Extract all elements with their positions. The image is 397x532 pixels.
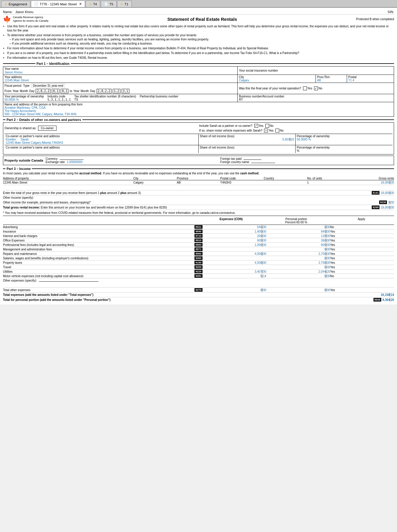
tab-bar: ⚠ Engagement 📄 T776 - 12345 Main Street …: [0, 0, 397, 8]
other-income-code: 8230: [379, 201, 387, 204]
city-label: City: [239, 75, 314, 79]
fiscal-label: Fiscal period: [4, 84, 21, 87]
total-gross-code: 8299: [372, 206, 379, 209]
share-motor-no[interactable]: No: [275, 129, 284, 132]
currency-label: Currency: [45, 157, 58, 160]
share-motor-yes[interactable]: ✓ Yes: [264, 129, 273, 132]
sub-bullet-2: – If you provide additional services suc…: [7, 42, 394, 46]
bullet-2: To determine whether your rental income …: [7, 33, 394, 46]
tax-shelter-label: Tax shelter identification number (8 cha…: [74, 95, 136, 98]
total-expenses-row: Total expenses (add the amounts listed u…: [3, 293, 394, 297]
total-other-expenses-row: Total other expenses 9270 000 000 Yes: [3, 288, 394, 293]
include-sarah-no[interactable]: No: [265, 124, 274, 128]
industry-value: 5,3,1,1,1,1,1: [48, 98, 71, 101]
type-value: December 31 year-end: [31, 83, 65, 88]
from-month-boxes: 0,1: [52, 89, 59, 93]
expenses-header-row: Expenses (CDN) Personal portion Percent …: [3, 217, 394, 225]
bullet-1: Use this form if you own and rent real e…: [7, 24, 394, 33]
name-field: Name: Jason Kinou: [3, 10, 33, 14]
exp-repairs: Repairs and maintenance 8960 4,50000 2,7…: [3, 252, 394, 256]
type-label: Type: [23, 84, 30, 87]
to-label: to: [70, 89, 72, 93]
sub-bullet-1: – If you rent space and only provide bas…: [7, 37, 394, 42]
tab-t1[interactable]: ⚠ T1: [117, 1, 132, 7]
to-date-boxes: 2,0,2,2: [97, 89, 112, 93]
coowner2-label: Co-owner or partner's name and address: [6, 146, 197, 149]
biz-account-cell: Business number/Account number RT: [238, 94, 394, 102]
prop1-city: Calgary: [133, 181, 177, 184]
tab-t4[interactable]: ⚠ T4: [86, 1, 100, 7]
t776-close[interactable]: ✕: [79, 2, 82, 6]
exp-advertising: Advertising 8521 54600 000 No: [3, 225, 394, 229]
part2-title: Part 2 – Details of other co-owners and …: [3, 118, 394, 121]
yes-checkbox[interactable]: Yes: [303, 86, 312, 90]
coowner1-share-value: 5,60303: [200, 138, 294, 141]
tab-t776[interactable]: 📄 T776 - 12345 Main Street ✕: [31, 1, 85, 7]
partnership-label: Partnership business number: [140, 95, 178, 98]
city-prov-postal: City Calgary Prov./Terr. AB Postal T1 4: [238, 75, 394, 83]
ownership-right: Include Sarah as a partner or co-owner? …: [199, 124, 393, 132]
fiscal-cell: Fiscal period Type December 31 year-end …: [3, 83, 238, 94]
t1-label: T1: [125, 2, 128, 6]
part2-content: Ownership is shared as: Co-owner Include…: [3, 122, 394, 154]
t776-label: T776 - 12345 Main Street: [40, 2, 77, 6]
from-label: From: [4, 89, 11, 93]
to-day-boxes: 3,1: [122, 89, 129, 93]
include-sarah-yes[interactable]: ✓ Yes: [254, 124, 263, 128]
ownership-industry-row: Your percentage of ownership 50.0000 % I…: [3, 94, 238, 102]
header-section: 🍁 Canada Revenue Agency Agence du revenu…: [3, 16, 394, 23]
covid-note: * You may have received assistance from …: [3, 210, 394, 216]
total-personal-row: Total for personal portion (add the amou…: [3, 297, 394, 302]
bullet-4: If you are a co-owner of a property, you…: [7, 51, 394, 55]
sin-field: SIN:: [388, 10, 394, 14]
address-cell: Your address 12345 Main Street: [3, 75, 238, 83]
from-date-boxes: 2,0,2,2: [36, 89, 51, 93]
sin-field-label: Your social insurance number: [239, 69, 393, 72]
prop1-gross: 18,00000: [351, 181, 394, 184]
ownership-pct-label: Your percentage of ownership: [4, 95, 44, 98]
part1-title: Part 1 – Identification: [3, 62, 394, 65]
property-table-header: Address of property City Province Postal…: [3, 177, 394, 180]
prov-cell: Prov./Terr. AB: [316, 75, 347, 83]
exp-motor: Motor vehicle expenses (not including ca…: [3, 274, 394, 278]
from-day-boxes: 0,1: [61, 89, 68, 93]
coowner2-row: Co-owner or partner's name and address S…: [4, 145, 393, 153]
instructions: Use this form if you own and rent real e…: [3, 24, 394, 60]
part3-intro: In most cases, you calculate your rental…: [3, 171, 394, 176]
form-title: Statement of Real Estate Rentals: [48, 17, 356, 22]
tab-t5[interactable]: 📄 T5: [101, 1, 117, 7]
gross-rents-code: 8141: [372, 191, 379, 195]
agency-english: Canada Revenue Agency: [13, 16, 48, 19]
final-year-cell: Was this the final year of your rental o…: [238, 83, 394, 94]
prop1-units: 1: [307, 181, 351, 184]
coowner1-pct-label: Percentage of ownership: [297, 135, 391, 138]
exp-property-taxes: Property taxes 9180 4,50000 2,70000 Yes: [3, 261, 394, 265]
ownership-shared-label: Ownership is shared as:: [4, 127, 36, 130]
exp-office: Office Expenses 8810 60000 36000 Yes: [3, 238, 394, 243]
protected-label: Protected B when completed: [356, 18, 394, 21]
prov-value: AB: [317, 79, 346, 82]
biz-account-value: RT: [239, 98, 393, 101]
property-row-1: 12345 Main Street Calgary AB T4N3H3 1 18…: [3, 180, 394, 185]
t5-label: T5: [109, 2, 113, 6]
postal-cell: Postal T1 4: [347, 75, 394, 83]
sin-label: SIN:: [388, 10, 394, 14]
t776-doc-icon: 📄: [34, 2, 38, 6]
final-year-label: Was this the final year of your rental o…: [239, 87, 301, 90]
no-checkbox[interactable]: ✓ No: [314, 86, 322, 90]
gross-rents-row: Enter the total of your gross rents in t…: [3, 190, 394, 195]
month-label-2: Month: [81, 89, 89, 93]
tax-shelter-value: TS: [74, 98, 136, 101]
preparer-address: 500 - 1234 Main Street NW, Calgary, Albe…: [4, 113, 393, 116]
exp-professional: Professional fees (includes legal and ac…: [3, 243, 394, 247]
postal-label: Postal: [348, 75, 393, 79]
postal-value: T1 4: [348, 79, 393, 82]
tab-engagement[interactable]: ⚠ Engagement: [1, 1, 30, 7]
exp-insurance: Insurance 8690 1,40000 84000 Yes: [3, 229, 394, 234]
sin-cell: Your social insurance number: [238, 67, 394, 75]
other-income-row: Other income (for example, premiums and …: [3, 200, 394, 205]
part3-title: Part 3 – Income: [3, 167, 394, 171]
engagement-icon: ⚠: [4, 2, 7, 6]
share-motor-label: If so, share motor vehicle expenses with…: [199, 129, 263, 132]
month-label-1: Month: [20, 89, 28, 93]
